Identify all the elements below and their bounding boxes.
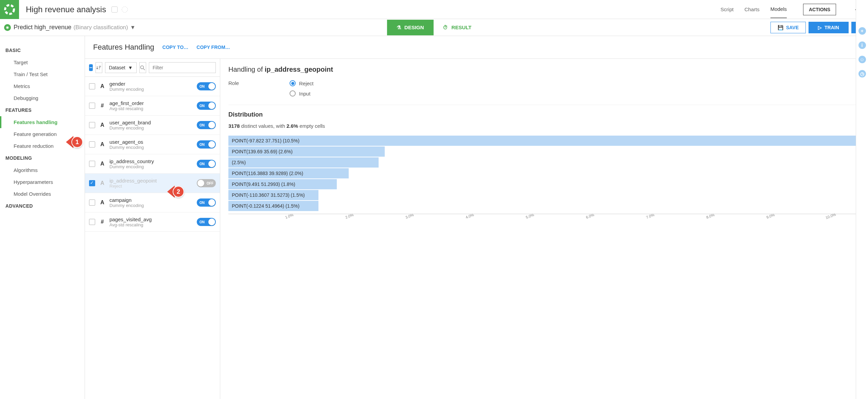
role-label: Role (228, 80, 290, 86)
toggle-knob (208, 122, 215, 128)
radio-icon (290, 80, 296, 86)
radio-icon (290, 90, 296, 97)
feature-type-icon: A (99, 200, 105, 206)
design-tab[interactable]: ⚗ DESIGN (387, 20, 434, 35)
model-icon: ◉ (4, 24, 11, 31)
sort-button[interactable] (96, 62, 103, 73)
feature-toggle[interactable]: ON (197, 121, 216, 129)
nav-charts[interactable]: Charts (744, 1, 759, 18)
logo[interactable] (0, 0, 19, 19)
callout-2: 2 (167, 186, 184, 198)
feature-method: Avg-std rescaling (109, 222, 193, 227)
dist-bar-label: POINT(-110.3607 31.5273) (1.5%) (232, 192, 305, 198)
sidebar-item-metrics[interactable]: Metrics (0, 80, 85, 92)
feature-row-user_agent_brand[interactable]: Auser_agent_brandDummy encodingON (85, 116, 220, 135)
nav-models[interactable]: Models (770, 1, 787, 18)
feature-checkbox[interactable] (89, 200, 95, 206)
copy-icon[interactable] (111, 6, 118, 13)
sidebar: BASICTargetTrain / Test SetMetricsDebugg… (0, 36, 85, 399)
feature-row-gender[interactable]: AgenderDummy encodingON (85, 77, 220, 96)
sidebar-group-title: MODELING (0, 152, 85, 164)
distribution-axis: 1.0%2.0%3.0%4.0%5.0%6.0%7.0%8.0%9.0%10.0… (228, 214, 860, 224)
feature-toggle[interactable]: ON (197, 160, 216, 168)
feature-type-icon: A (99, 161, 105, 167)
rail-chat-icon[interactable]: ☺ (858, 56, 866, 63)
save-button[interactable]: 💾 SAVE (770, 22, 806, 33)
actions-button[interactable]: ACTIONS (803, 4, 836, 15)
sidebar-group-title: ADVANCED (0, 200, 85, 212)
feature-toggle[interactable]: ON (197, 218, 216, 226)
toggle-knob (197, 180, 204, 187)
dist-bar-row: POINT(-97.822 37.751) (10.5%) (228, 136, 860, 146)
sidebar-item-target[interactable]: Target (0, 56, 85, 68)
feature-checkbox[interactable] (89, 83, 95, 89)
copy-to-button[interactable]: COPY TO… (162, 45, 189, 50)
role-option-reject[interactable]: Reject (290, 80, 314, 86)
feature-toggle[interactable]: ON (197, 140, 216, 149)
feature-row-age_first_order[interactable]: #age_first_orderAvg-std rescalingON (85, 96, 220, 116)
dist-bar-row: POINT(116.3883 39.9289) (2.0%) (228, 168, 860, 178)
page-title: High revenue analysis (26, 5, 106, 14)
feature-method: Dummy encoding (109, 145, 193, 150)
design-label: DESIGN (404, 24, 424, 30)
feature-row-user_agent_os[interactable]: Auser_agent_osDummy encodingON (85, 135, 220, 154)
feature-toggle[interactable]: ON (197, 82, 216, 90)
dist-bar-label: (2.5%) (232, 160, 246, 165)
content-body: – Dataset ▼ AgenderDummy encodingON#age_… (85, 59, 868, 399)
features-toolbar: – Dataset ▼ (85, 59, 220, 77)
feature-checkbox[interactable] (89, 219, 95, 225)
dataset-label: Dataset (109, 65, 125, 70)
filter-input[interactable] (149, 62, 216, 73)
feature-name: user_agent_brand (109, 120, 193, 125)
feature-row-ip_address_country[interactable]: Aip_address_countryDummy encodingON (85, 154, 220, 174)
model-dropdown-icon[interactable]: ▼ (130, 24, 136, 31)
role-option-input[interactable]: Input (290, 90, 314, 97)
feature-checkbox[interactable] (89, 180, 95, 186)
dist-bar (228, 136, 860, 146)
sub-header-actions: 💾 SAVE ▷ TRAIN ▼ (770, 22, 864, 33)
feature-checkbox[interactable] (89, 161, 95, 167)
feature-toggle[interactable]: OFF (197, 179, 216, 187)
logo-icon (4, 4, 15, 15)
dataset-select[interactable]: Dataset ▼ (105, 62, 136, 73)
dist-axis-tick: 9.0% (766, 213, 775, 220)
feature-labels: genderDummy encoding (109, 81, 193, 92)
refresh-icon[interactable] (122, 6, 128, 13)
dist-axis-tick: 8.0% (706, 213, 715, 220)
sidebar-item-hyperparameters[interactable]: Hyperparameters (0, 176, 85, 188)
distinct-count: 3178 (228, 123, 240, 129)
feature-type-icon: # (99, 219, 105, 225)
rail-info-icon[interactable]: i (858, 41, 866, 49)
right-rail: + i ☺ ◷ (856, 0, 868, 399)
feature-row-campaign[interactable]: AcampaignDummy encodingON (85, 193, 220, 212)
nav-script[interactable]: Script (721, 1, 733, 18)
feature-checkbox[interactable] (89, 103, 95, 109)
sidebar-item-model-overrides[interactable]: Model Overrides (0, 188, 85, 200)
search-button[interactable] (139, 62, 146, 73)
sidebar-item-algorithms[interactable]: Algorithms (0, 164, 85, 176)
select-all-checkbox[interactable]: – (89, 64, 93, 71)
rail-history-icon[interactable]: ◷ (858, 70, 866, 77)
result-tab[interactable]: ⏱ RESULT (433, 20, 481, 35)
sidebar-group-title: FEATURES (0, 104, 85, 116)
sidebar-item-features-handling[interactable]: Features handling (0, 116, 85, 128)
feature-toggle[interactable]: ON (197, 102, 216, 110)
sidebar-item-train-test-set[interactable]: Train / Test Set (0, 68, 85, 80)
dist-bar-row: (2.5%) (228, 157, 860, 168)
dist-bar-row: POINT(139.69 35.69) (2.6%) (228, 146, 860, 157)
feature-toggle[interactable]: ON (197, 198, 216, 207)
design-result-tabs: ⚗ DESIGN ⏱ RESULT (387, 20, 481, 35)
sidebar-item-debugging[interactable]: Debugging (0, 92, 85, 104)
feature-row-pages_visited_avg[interactable]: #pages_visited_avgAvg-std rescalingON (85, 212, 220, 232)
copy-from-button[interactable]: COPY FROM… (196, 45, 230, 50)
rail-plus-icon[interactable]: + (858, 27, 866, 35)
feature-checkbox[interactable] (89, 122, 95, 128)
dist-axis-tick: 4.0% (465, 213, 474, 220)
dist-axis-tick: 7.0% (645, 213, 655, 220)
train-button[interactable]: ▷ TRAIN (809, 22, 849, 33)
speed-icon: ⏱ (443, 24, 448, 30)
toggle-knob (208, 102, 215, 109)
feature-type-icon: A (99, 141, 105, 148)
feature-row-ip_address_geopoint[interactable]: Aip_address_geopointRejectOFF (85, 174, 220, 193)
feature-checkbox[interactable] (89, 141, 95, 148)
